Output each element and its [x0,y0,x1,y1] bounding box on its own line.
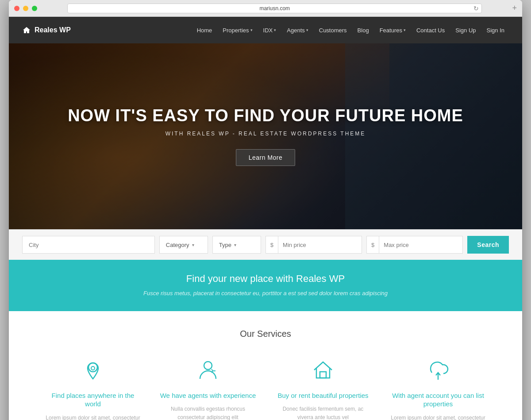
teal-band-description: Fusce risus metus, placerat in consectet… [18,289,513,298]
url-bar[interactable]: mariusn.com [67,4,482,13]
services-section: Our Services Find places anywhere in the… [9,311,522,420]
browser-window: mariusn.com + Reales WP Home Properties … [9,0,522,420]
new-tab-button[interactable]: + [512,4,517,13]
service-title-cloud: With agent account you can list properti… [389,391,487,408]
nav-menu: Home Properties ▾ IDX ▾ Agents ▾ Custome… [192,23,509,37]
nav-contact[interactable]: Contact Us [412,23,449,37]
nav-features[interactable]: Features ▾ [375,23,410,37]
max-price-input[interactable] [379,236,462,253]
chevron-down-icon: ▾ [306,28,308,32]
search-bar: Category ▾ Type ▾ $ $ Search [9,229,522,260]
service-desc-cloud: Lorem ipsum dolor sit amet, consectetur … [389,414,487,420]
nav-blog[interactable]: Blog [353,23,373,37]
services-grid: Find places anywhere in the world Lorem … [22,357,509,420]
navbar: Reales WP Home Properties ▾ IDX ▾ Agents… [9,17,522,43]
teal-band: Find your new place with Reales WP Fusce… [9,260,522,311]
home-brand-icon [22,26,31,34]
location-icon [80,357,106,383]
brand-logo[interactable]: Reales WP [22,26,71,34]
nav-properties[interactable]: Properties ▾ [218,23,257,37]
nav-customers[interactable]: Customers [315,23,351,37]
chevron-down-icon: ▾ [250,28,253,32]
brand-name: Reales WP [35,26,71,34]
city-input[interactable] [22,236,155,254]
max-price-wrap: $ [366,236,463,254]
chevron-down-icon: ▾ [274,28,276,32]
service-item-agent: We have agents with experience Nulla con… [150,357,266,420]
hero-content: NOW IT'S EASY TO FIND YOUR FUTURE HOME W… [68,107,463,166]
page-content: Reales WP Home Properties ▾ IDX ▾ Agents… [9,17,522,420]
chevron-down-icon: ▾ [234,243,236,247]
nav-idx[interactable]: IDX ▾ [259,23,281,37]
hero-title: NOW IT'S EASY TO FIND YOUR FUTURE HOME [68,107,463,125]
min-price-input[interactable] [278,236,362,253]
url-text: mariusn.com [259,5,290,12]
svg-point-1 [91,366,95,370]
hero-subtitle: WITH REALES WP - REAL ESTATE WORDPRESS T… [68,131,463,137]
minimize-button[interactable] [23,6,28,11]
service-item-location: Find places anywhere in the world Lorem … [35,357,150,420]
nav-agents[interactable]: Agents ▾ [282,23,312,37]
service-title-agent: We have agents with experience [159,391,257,400]
browser-titlebar: mariusn.com + [9,0,522,17]
min-price-wrap: $ [266,236,362,254]
max-currency-symbol: $ [367,236,379,253]
agent-icon [195,357,221,383]
learn-more-button[interactable]: Learn More [236,149,296,166]
chevron-down-icon: ▾ [404,28,406,32]
service-item-home: Buy or rent beautiful properties Donec f… [266,357,381,420]
svg-rect-3 [320,372,326,378]
teal-band-title: Find your new place with Reales WP [18,273,513,285]
hero-section: NOW IT'S EASY TO FIND YOUR FUTURE HOME W… [9,43,522,229]
type-select[interactable]: Type ▾ [212,236,261,254]
services-title: Our Services [22,329,509,339]
service-title-home: Buy or rent beautiful properties [274,391,372,400]
category-select[interactable]: Category ▾ [159,236,208,254]
service-desc-home: Donec facilisis fermentum sem, ac viverr… [274,405,372,420]
nav-signin[interactable]: Sign In [482,23,509,37]
maximize-button[interactable] [32,6,37,11]
close-button[interactable] [14,6,19,11]
chevron-down-icon: ▾ [192,243,194,247]
svg-point-2 [204,362,212,370]
min-currency-symbol: $ [266,236,278,253]
search-button[interactable]: Search [467,236,509,254]
service-title-location: Find places anywhere in the world [44,391,142,408]
cloud-upload-icon [425,357,451,383]
nav-signup[interactable]: Sign Up [451,23,480,37]
nav-home[interactable]: Home [192,23,217,37]
house-icon [310,357,336,383]
service-desc-location: Lorem ipsum dolor sit amet, consectetur … [44,414,142,420]
service-desc-agent: Nulla convallis egestas rhoncus consecte… [159,405,257,420]
service-item-cloud: With agent account you can list properti… [381,357,496,420]
